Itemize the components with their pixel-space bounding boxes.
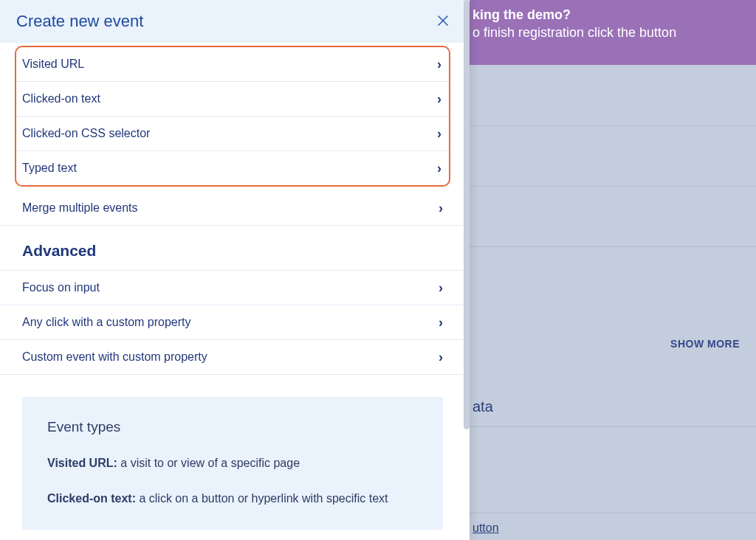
list-item-label: Focus on input [22,281,100,294]
event-type-merge-multiple[interactable]: Merge multiple events › [0,191,465,226]
chevron-right-icon: › [439,316,443,329]
event-type-custom-event-custom-property[interactable]: Custom event with custom property › [0,339,465,375]
advanced-section-heading: Advanced [0,226,465,270]
background-row-list [469,65,756,307]
create-event-modal: Create new event Visited URL › Clicked-o… [0,0,470,540]
info-visited-url: Visited URL: a visit to or view of a spe… [47,454,418,472]
close-icon[interactable] [433,10,453,33]
banner-line-2: o finish registration click the button [472,24,756,41]
divider [469,426,756,427]
list-item-label: Clicked-on CSS selector [22,127,150,140]
background-row[interactable] [469,246,756,307]
show-more-button[interactable]: SHOW MORE [670,338,740,350]
scrollbar-thumb[interactable] [464,0,470,429]
chevron-right-icon: › [437,92,441,105]
background-row[interactable] [469,513,756,540]
chevron-right-icon: › [439,350,443,364]
modal-title: Create new event [16,12,143,31]
background-section-title: ata [472,398,493,415]
info-desc: a visit to or view of a specific page [120,457,300,469]
info-clicked-on-text: Clicked-on text: a click on a button or … [47,490,418,508]
info-card-heading: Event types [47,419,418,435]
background-row[interactable] [469,125,756,186]
event-type-clicked-on-text[interactable]: Clicked-on text › [16,81,449,116]
background-row[interactable] [469,186,756,246]
chevron-right-icon: › [439,281,443,294]
basic-event-types-group: Visited URL › Clicked-on text › Clicked-… [15,46,450,187]
modal-body: Visited URL › Clicked-on text › Clicked-… [0,43,470,540]
merge-events-section: Merge multiple events › [0,191,465,226]
chevron-right-icon: › [437,58,441,71]
info-term: Visited URL: [47,457,117,469]
event-type-focus-on-input[interactable]: Focus on input › [0,270,465,305]
banner-line-1: king the demo? [472,6,756,24]
info-desc: a click on a button or hyperlink with sp… [139,492,388,505]
list-item-label: Visited URL [22,58,84,71]
list-item-label: Merge multiple events [22,201,138,215]
event-type-any-click-custom-property[interactable]: Any click with a custom property › [0,305,465,339]
background-row[interactable] [469,65,756,125]
background-link[interactable]: utton [472,522,499,535]
modal-header: Create new event [0,0,470,43]
list-item-label: Custom event with custom property [22,350,207,364]
event-type-clicked-on-css-selector[interactable]: Clicked-on CSS selector › [16,116,449,150]
event-types-info-card: Event types Visited URL: a visit to or v… [22,397,443,530]
list-item-label: Any click with a custom property [22,316,191,329]
chevron-right-icon: › [437,127,441,140]
chevron-right-icon: › [439,201,443,215]
event-type-visited-url[interactable]: Visited URL › [16,47,449,81]
chevron-right-icon: › [437,162,441,175]
info-term: Clicked-on text: [47,492,136,505]
list-item-label: Clicked-on text [22,92,100,105]
event-type-typed-text[interactable]: Typed text › [16,150,449,185]
advanced-event-types-list: Focus on input › Any click with a custom… [0,270,465,375]
list-item-label: Typed text [22,162,77,175]
